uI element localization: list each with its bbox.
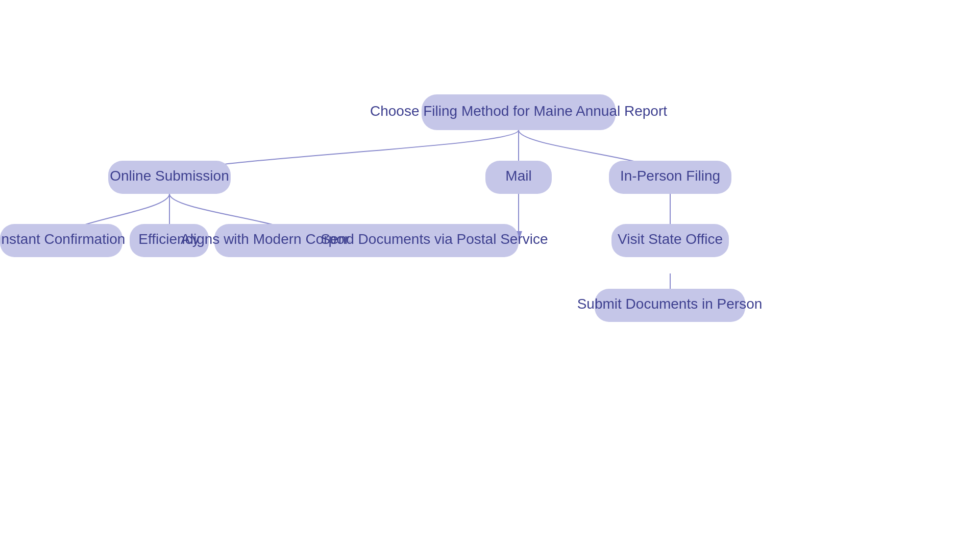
node-mail-label: Mail bbox=[505, 168, 531, 184]
node-root-label: Choose Filing Method for Maine Annual Re… bbox=[370, 103, 667, 119]
node-instant-label: Instant Confirmation bbox=[0, 231, 125, 247]
node-postal-label: Send Documents via Postal Service bbox=[321, 231, 548, 247]
node-online-label: Online Submission bbox=[110, 168, 229, 184]
node-visitstate-label: Visit State Office bbox=[618, 231, 723, 247]
node-submitperson-label: Submit Documents in Person bbox=[577, 296, 763, 312]
node-inperson-label: In-Person Filing bbox=[620, 168, 720, 184]
